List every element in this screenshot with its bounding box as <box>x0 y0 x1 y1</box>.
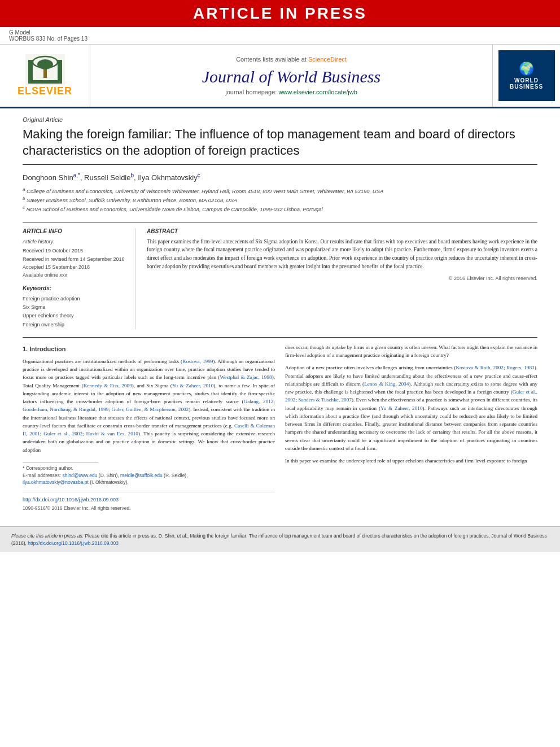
keyword-3: Upper echelons theory <box>23 312 127 320</box>
footnote-corresponding: * Corresponding author. E-mail addresses… <box>23 465 275 486</box>
article-content: Original Article Making the foreign fami… <box>0 108 560 521</box>
author-a: Donghoon Shina,*, <box>23 173 84 182</box>
article-history: Article history: Received 19 October 201… <box>23 238 127 279</box>
citation-doi-link[interactable]: http://dx.doi.org/10.1016/j.jwb.2016.09.… <box>28 540 119 546</box>
intro-paragraph-2: does occur, though its uptake by firms i… <box>285 343 537 360</box>
abstract-heading: ABSTRACT <box>147 228 537 234</box>
authors-line: Donghoon Shina,*, Russell Seidleb, Ilya … <box>23 172 537 181</box>
body-divider <box>23 337 537 338</box>
author-c: Ilya Okhmatovskiyc <box>138 173 200 182</box>
g-model-label: G Model WORBUS 833 No. of Pages 13 <box>9 29 88 42</box>
intro-paragraph-4: In this paper we examine the underexplor… <box>285 457 537 465</box>
svg-rect-2 <box>58 60 62 82</box>
affiliations: a College of Business and Economics, Uni… <box>23 186 537 214</box>
ref-lenox[interactable]: Lenox & King, 2004 <box>364 381 409 387</box>
contents-available: Contents lists available at ScienceDirec… <box>96 56 487 63</box>
issn-text: 1090-9516/© 2016 Elsevier Inc. All right… <box>23 505 130 511</box>
article-in-press-banner: ARTICLE IN PRESS <box>0 0 560 27</box>
sciencedirect-link[interactable]: ScienceDirect <box>308 56 347 63</box>
elsevier-tree-icon <box>25 54 65 85</box>
ref-kostova-roth[interactable]: Kostova & Roth, 2002 <box>456 365 503 370</box>
page: ARTICLE IN PRESS G Model WORBUS 833 No. … <box>0 0 560 747</box>
ref-kennedy[interactable]: Kennedy & Fiss, 2009 <box>84 383 132 388</box>
ref-yu-zaheer2[interactable]: Yu & Zaheer, 2010 <box>380 405 422 411</box>
author-b: Russell Seidleb, <box>84 173 138 182</box>
world-business-logo: 🌍 WORLDBUSINESS <box>498 50 555 101</box>
elsevier-label: ELSEVIER <box>18 85 72 97</box>
journal-center: Contents lists available at ScienceDirec… <box>90 45 492 107</box>
citation-bar: Please cite this article in press as: Pl… <box>0 526 560 553</box>
keyword-4: Foreign ownership <box>23 321 127 329</box>
intro-paragraph-1: Organizational practices are institution… <box>23 357 275 454</box>
body-left-column: 1. Introduction Organizational practices… <box>23 343 275 513</box>
keyword-2: Six Sigma <box>23 303 127 312</box>
ref-westphal[interactable]: Westphal & Zajac, 1998 <box>220 374 272 380</box>
ref-guler[interactable]: Guler, Guillen, & Macpherson, 2002 <box>112 407 189 412</box>
article-info-heading: ARTICLE INFO <box>23 228 127 234</box>
ref-haxhi[interactable]: Haxhi & van Ees, 2010 <box>86 431 138 436</box>
svg-rect-6 <box>28 80 62 84</box>
ref-galang[interactable]: Galang, 2012 <box>244 399 274 404</box>
email-seidle[interactable]: rseidle@suffolk.edu <box>120 473 163 478</box>
ref-kostova-1999[interactable]: Kostova, 1999 <box>182 359 213 364</box>
article-info-column: ARTICLE INFO Article history: Received 1… <box>23 228 135 329</box>
keywords-heading: Keywords: <box>23 285 127 291</box>
elsevier-logo-container: ELSEVIER <box>0 45 90 107</box>
footnote-divider <box>23 462 98 462</box>
keywords-section: Keywords: Foreign practice adoption Six … <box>23 285 127 329</box>
ref-gooderham[interactable]: Gooderham, Nordhaug, & Ringdal, 1999 <box>23 407 108 412</box>
svg-point-5 <box>37 59 53 69</box>
journal-header: ELSEVIER Contents lists available at Sci… <box>0 45 560 108</box>
ref-guler2[interactable]: Guler et al., 2002 <box>43 431 82 436</box>
journal-homepage: journal homepage: www.elsevier.com/locat… <box>96 89 487 95</box>
body-columns: 1. Introduction Organizational practices… <box>23 343 537 513</box>
article-type-label: Original Article <box>23 116 537 123</box>
ref-sanders[interactable]: Sanders & Tuschke, 2007 <box>298 397 352 403</box>
world-business-logo-container: 🌍 WORLDBUSINESS <box>492 45 560 107</box>
doi-link[interactable]: http://dx.doi.org/10.1016/j.jwb.2016.09.… <box>23 497 119 503</box>
body-right-column: does occur, though its uptake by firms i… <box>285 343 537 513</box>
intro-paragraph-3: Adoption of a new practice often involve… <box>285 364 537 452</box>
homepage-link[interactable]: www.elsevier.com/locate/jwb <box>278 89 357 95</box>
doi-section: http://dx.doi.org/10.1016/j.jwb.2016.09.… <box>23 492 275 513</box>
article-title: Making the foreign familiar: The influen… <box>23 126 537 165</box>
globe-icon: 🌍 <box>519 62 534 76</box>
ref-yu-zaheer-2010[interactable]: Yu & Zaheer, 2010 <box>172 383 213 388</box>
abstract-text: This paper examines the firm-level antec… <box>147 238 537 271</box>
info-abstract-section: ARTICLE INFO Article history: Received 1… <box>23 222 537 329</box>
history-heading: Article history: <box>23 238 127 246</box>
abstract-copyright: © 2016 Elsevier Inc. All rights reserved… <box>147 276 537 281</box>
elsevier-logo: ELSEVIER <box>18 54 72 97</box>
keyword-1: Foreign practice adoption <box>23 295 127 303</box>
top-meta: G Model WORBUS 833 No. of Pages 13 <box>0 27 560 45</box>
svg-rect-1 <box>28 60 33 82</box>
ref-rogers[interactable]: Rogers, 1983 <box>506 365 534 370</box>
email-shin[interactable]: shind@uww.edu <box>62 473 97 478</box>
email-okhmatovskiy[interactable]: ilya.okhmatovskiy@novasbe.pt <box>23 479 89 485</box>
journal-title: Journal of World Business <box>96 67 487 86</box>
abstract-column: ABSTRACT This paper examines the firm-le… <box>147 228 537 329</box>
introduction-title: 1. Introduction <box>23 344 275 354</box>
